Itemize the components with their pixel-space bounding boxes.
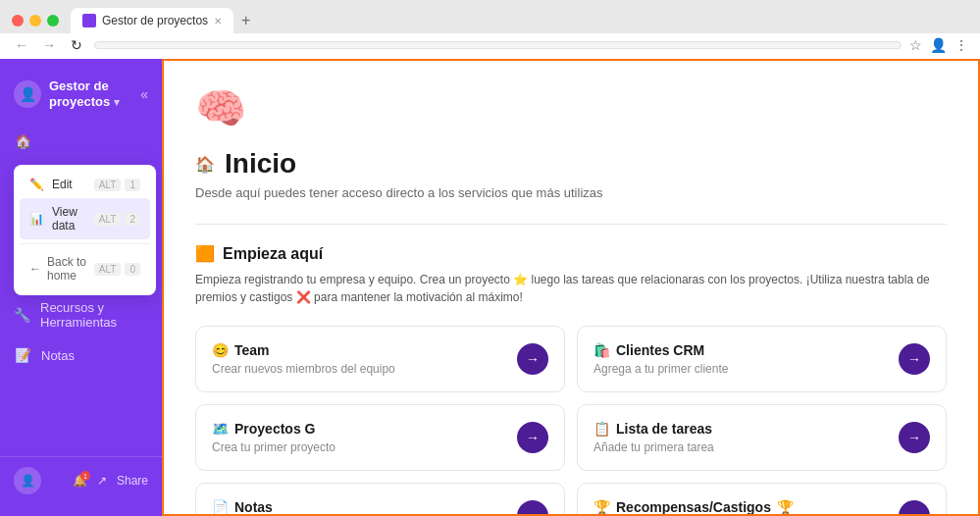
- browser-tabs: Gestor de proyectos ✕ +: [0, 0, 980, 33]
- card-proyectos-icon: 🗺️: [212, 421, 229, 437]
- card-proyectos-desc: Crea tu primer proyecto: [212, 440, 335, 454]
- sidebar: 👤 Gestor de proyectos ▾ « 🏠 📁 Proyectos …: [0, 59, 162, 516]
- main-inner: 🧠 🏠 Inicio Desde aquí puedes tener acces…: [164, 61, 978, 516]
- user-avatar[interactable]: 👤: [14, 467, 41, 494]
- card-crm-icon: 🛍️: [593, 342, 610, 358]
- card-proyectos-title: Proyectos G: [234, 421, 315, 437]
- card-notas-arrow[interactable]: →: [517, 500, 548, 516]
- maximize-button[interactable]: [47, 15, 59, 26]
- address-bar[interactable]: [94, 41, 902, 49]
- share-icon[interactable]: ↗: [97, 474, 107, 488]
- card-tareas-desc: Añade tu primera tarea: [593, 440, 714, 454]
- share-label[interactable]: Share: [117, 474, 148, 488]
- card-lista-tareas[interactable]: 📋 Lista de tareas Añade tu primera tarea…: [577, 404, 947, 471]
- context-menu-edit[interactable]: ✏️ Edit ALT 1: [20, 171, 150, 198]
- back-shortcut-key: ALT: [94, 263, 122, 276]
- card-proyectos-arrow[interactable]: →: [517, 422, 548, 453]
- sidebar-collapse-button[interactable]: «: [140, 86, 148, 102]
- sidebar-item-recursos[interactable]: 🔧 Recursos y Herramientas: [0, 291, 162, 338]
- footer-actions: 🔔 1 ↗ Share: [73, 474, 148, 488]
- notes-icon: 📝: [14, 347, 31, 363]
- card-crm-desc: Agrega a tu primer cliente: [593, 362, 728, 376]
- back-shortcut-num: 0: [125, 263, 140, 276]
- edit-shortcut-key: ALT: [94, 179, 122, 191]
- sidebar-header: 👤 Gestor de proyectos ▾ «: [0, 71, 162, 125]
- tab-label: Gestor de proyectos: [102, 14, 208, 27]
- section-icon: 🟧: [195, 244, 215, 263]
- context-back-label: Back to home: [47, 255, 88, 283]
- edit-shortcut: ALT 1: [94, 179, 140, 191]
- card-notas[interactable]: 📄 Notas Añade tus primeras notas →: [195, 483, 565, 516]
- app: 👤 Gestor de proyectos ▾ « 🏠 📁 Proyectos …: [0, 59, 980, 516]
- card-notas-title: Notas: [234, 499, 273, 515]
- close-button[interactable]: [12, 15, 24, 26]
- minimize-button[interactable]: [29, 15, 41, 26]
- profile-icon[interactable]: 👤: [930, 37, 947, 53]
- new-tab-button[interactable]: +: [237, 8, 254, 33]
- context-edit-label: Edit: [52, 178, 73, 191]
- context-menu-view-data[interactable]: 📊 View data ALT 2: [20, 198, 150, 239]
- home-icon: 🏠: [14, 133, 31, 149]
- card-recompensas-suffix-icon: 🏆: [777, 499, 794, 515]
- browser-chrome: Gestor de proyectos ✕ + ← → ↻ ☆ 👤 ⋮: [0, 0, 980, 59]
- bookmark-icon[interactable]: ☆: [909, 37, 922, 53]
- section-title: 🟧 Empieza aquí: [195, 244, 947, 263]
- edit-icon: ✏️: [29, 178, 44, 191]
- card-team[interactable]: 😊 Team Crear nuevos miembros del equipo …: [195, 326, 565, 392]
- page-title: 🏠 Inicio: [195, 148, 947, 180]
- edit-shortcut-num: 1: [125, 179, 140, 191]
- sidebar-footer: 👤 🔔 1 ↗ Share: [0, 456, 162, 504]
- context-menu-back[interactable]: ← Back to home ALT 0: [20, 248, 150, 289]
- tab-close-icon[interactable]: ✕: [214, 16, 222, 26]
- card-recompensas-arrow[interactable]: →: [899, 500, 930, 516]
- card-team-icon: 😊: [212, 342, 229, 358]
- page-subtitle: Desde aquí puedes tener acceso directo a…: [195, 185, 947, 200]
- resources-icon: 🔧: [14, 307, 30, 323]
- card-crm-title: Clientes CRM: [616, 342, 704, 358]
- view-data-icon: 📊: [29, 212, 44, 226]
- card-notas-icon: 📄: [212, 499, 229, 515]
- card-team-arrow[interactable]: →: [517, 343, 548, 375]
- menu-icon[interactable]: ⋮: [954, 37, 968, 53]
- cards-grid: 😊 Team Crear nuevos miembros del equipo …: [195, 326, 947, 516]
- traffic-lights: [12, 15, 59, 26]
- refresh-nav-button[interactable]: ↻: [67, 37, 86, 53]
- forward-nav-button[interactable]: →: [39, 37, 59, 53]
- page-title-icon: 🏠: [195, 155, 215, 174]
- card-proyectos-g[interactable]: 🗺️ Proyectos G Crea tu primer proyecto →: [195, 404, 565, 471]
- context-menu: ✏️ Edit ALT 1 📊 View data ALT 2: [14, 165, 156, 295]
- back-nav-button[interactable]: ←: [12, 37, 31, 53]
- card-team-title: Team: [234, 342, 270, 358]
- card-tareas-arrow[interactable]: →: [899, 422, 930, 453]
- card-crm-arrow[interactable]: →: [899, 343, 930, 375]
- browser-nav: ← → ↻ ☆ 👤 ⋮: [0, 33, 980, 60]
- card-tareas-icon: 📋: [593, 421, 610, 437]
- page-heading: Inicio: [225, 148, 296, 180]
- card-tareas-title: Lista de tareas: [616, 421, 712, 437]
- context-menu-divider: [20, 243, 150, 244]
- notification-badge: 1: [80, 471, 90, 481]
- brain-icon: 🧠: [195, 84, 947, 132]
- sidebar-item-notas-label: Notas: [41, 348, 75, 363]
- card-recompensas-title: Recompensas/Castigos: [616, 499, 771, 515]
- sidebar-brand-icon: 👤: [14, 80, 41, 108]
- card-clientes-crm[interactable]: 🛍️ Clientes CRM Agrega a tu primer clien…: [577, 326, 947, 392]
- card-recompensas[interactable]: 🏆 Recompensas/Castigos 🏆 Crea premios y …: [577, 483, 947, 516]
- divider: [195, 224, 947, 225]
- sidebar-brand: 👤 Gestor de proyectos ▾: [14, 78, 120, 109]
- back-arrow-icon: ←: [29, 262, 41, 276]
- sidebar-item-notas[interactable]: 📝 Notas: [0, 338, 162, 372]
- browser-actions: ☆ 👤 ⋮: [909, 37, 968, 53]
- notification-bell[interactable]: 🔔 1: [73, 474, 87, 488]
- view-data-shortcut-num: 2: [125, 213, 140, 226]
- card-recompensas-icon: 🏆: [593, 499, 610, 515]
- tab-favicon: [82, 14, 96, 27]
- main-content: 🧠 🏠 Inicio Desde aquí puedes tener acces…: [162, 59, 980, 516]
- view-data-shortcut: ALT 2: [94, 213, 140, 226]
- view-data-shortcut-key: ALT: [94, 213, 122, 226]
- section-description: Empieza registrando tu empresa y equipo.…: [195, 271, 947, 306]
- sidebar-item-home[interactable]: 🏠: [0, 125, 162, 158]
- section-heading: Empieza aquí: [223, 245, 323, 263]
- context-view-data-label: View data: [52, 205, 86, 232]
- active-tab[interactable]: Gestor de proyectos ✕: [71, 8, 233, 33]
